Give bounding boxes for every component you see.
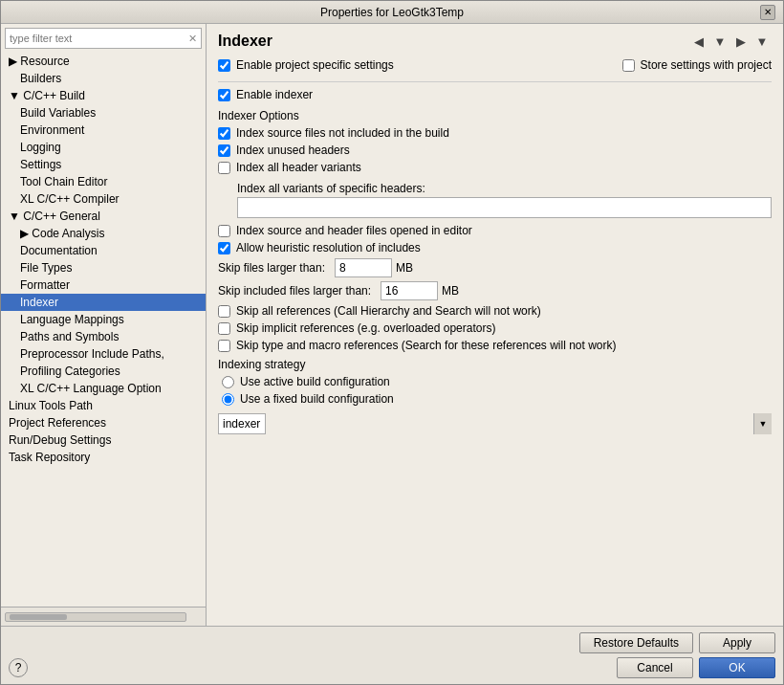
sidebar-item-xl-cpp-compiler[interactable]: XL C/C++ Compiler <box>1 190 206 208</box>
skip-all-references-label[interactable]: Skip all references (Call Hierarchy and … <box>236 304 541 318</box>
sidebar: ✕ ▶ ResourceBuilders▼ C/C++ BuildBuild V… <box>1 24 207 626</box>
sidebar-item-file-types[interactable]: File Types <box>1 259 206 276</box>
index-source-header-editor-checkbox[interactable] <box>218 225 230 237</box>
index-source-not-in-build-checkbox[interactable] <box>218 127 230 140</box>
toolbar-icons: ◀ ▼ ▶ ▼ <box>689 32 772 51</box>
skip-implicit-references-checkbox[interactable] <box>218 322 230 335</box>
sidebar-item-tool-chain-editor[interactable]: Tool Chain Editor <box>1 173 206 190</box>
scrollbar-thumb <box>10 614 67 620</box>
panel-header: Indexer ◀ ▼ ▶ ▼ <box>218 32 772 51</box>
sidebar-item-settings[interactable]: Settings <box>1 156 206 173</box>
index-all-header-variants-checkbox[interactable] <box>218 162 230 174</box>
toolbar-forward-icon[interactable]: ▶ <box>731 32 751 51</box>
index-source-not-in-build-row: Index source files not included in the b… <box>218 126 772 140</box>
index-source-not-in-build-label[interactable]: Index source files not included in the b… <box>236 126 449 140</box>
help-icon[interactable]: ? <box>9 658 28 677</box>
sidebar-item-formatter[interactable]: Formatter <box>1 276 206 294</box>
sidebar-item-run-debug-settings[interactable]: Run/Debug Settings <box>1 431 206 449</box>
sidebar-item-cpp-general[interactable]: ▼ C/C++ General <box>1 208 206 225</box>
index-source-header-editor-label[interactable]: Index source and header files opened in … <box>236 224 472 237</box>
index-all-header-variants-label[interactable]: Index all header variants <box>236 161 361 174</box>
skip-included-label: Skip included files larger than: <box>218 284 371 298</box>
close-button[interactable]: ✕ <box>760 5 775 20</box>
skip-files-label: Skip files larger than: <box>218 261 325 275</box>
bottom-row1: Restore Defaults Apply <box>9 632 775 653</box>
index-source-header-editor-row: Index source and header files opened in … <box>218 224 772 237</box>
store-settings-checkbox[interactable] <box>622 59 635 72</box>
indexer-options-label: Indexer Options <box>218 109 772 122</box>
sidebar-item-logging[interactable]: Logging <box>1 139 206 156</box>
skip-all-references-checkbox[interactable] <box>218 305 230 318</box>
indexer-combo[interactable]: indexer <box>218 413 266 434</box>
right-panel: Indexer ◀ ▼ ▶ ▼ Enable project specific … <box>207 24 783 626</box>
use-active-build-radio[interactable] <box>222 376 234 388</box>
sidebar-item-project-references[interactable]: Project References <box>1 414 206 431</box>
sidebar-item-xl-cpp-language[interactable]: XL C/C++ Language Option <box>1 380 206 397</box>
filter-clear-icon[interactable]: ✕ <box>184 30 201 47</box>
sidebar-item-indexer[interactable]: Indexer <box>1 294 206 311</box>
sidebar-item-code-analysis[interactable]: ▶ Code Analysis <box>1 225 206 242</box>
sidebar-item-profiling-categories[interactable]: Profiling Categories <box>1 363 206 380</box>
dialog-title: Properties for LeoGtk3Temp <box>24 6 760 19</box>
cancel-button[interactable]: Cancel <box>617 657 693 678</box>
toolbar-back-dropdown-icon[interactable]: ▼ <box>710 32 730 51</box>
skip-type-macro-references-label[interactable]: Skip type and macro references (Search f… <box>236 339 617 352</box>
toolbar-back-icon[interactable]: ◀ <box>689 32 708 51</box>
use-fixed-build-radio[interactable] <box>222 393 234 406</box>
enable-indexer-label[interactable]: Enable indexer <box>236 88 313 101</box>
use-active-build-label[interactable]: Use active build configuration <box>240 375 390 388</box>
filter-input[interactable] <box>6 33 184 44</box>
properties-dialog: Properties for LeoGtk3Temp ✕ ✕ ▶ Resourc… <box>0 0 784 685</box>
horizontal-scrollbar[interactable] <box>5 612 186 622</box>
sidebar-item-linux-tools-path[interactable]: Linux Tools Path <box>1 397 206 414</box>
skip-included-input[interactable] <box>381 281 438 300</box>
panel-title: Indexer <box>218 33 272 50</box>
allow-heuristic-label[interactable]: Allow heuristic resolution of includes <box>236 241 421 254</box>
store-settings-label[interactable]: Store settings with project <box>641 58 772 72</box>
sidebar-bottom <box>1 607 206 626</box>
bottom-row2: ? Cancel OK <box>9 657 775 678</box>
ok-button[interactable]: OK <box>699 657 775 678</box>
sidebar-item-language-mappings[interactable]: Language Mappings <box>1 311 206 328</box>
sidebar-item-cpp-build[interactable]: ▼ C/C++ Build <box>1 87 206 104</box>
skip-files-row: Skip files larger than: MB <box>218 258 772 277</box>
skip-implicit-references-row: Skip implicit references (e.g. overloade… <box>218 321 772 335</box>
allow-heuristic-row: Allow heuristic resolution of includes <box>218 241 772 254</box>
indexing-strategy-label: Indexing strategy <box>218 358 772 371</box>
sidebar-item-documentation[interactable]: Documentation <box>1 242 206 259</box>
sidebar-item-builders[interactable]: Builders <box>1 70 206 87</box>
sidebar-item-environment[interactable]: Environment <box>1 122 206 139</box>
skip-files-input[interactable] <box>335 258 392 277</box>
skip-implicit-references-label[interactable]: Skip implicit references (e.g. overloade… <box>236 321 495 335</box>
toolbar-forward-dropdown-icon[interactable]: ▼ <box>752 32 772 51</box>
sidebar-item-paths-and-symbols[interactable]: Paths and Symbols <box>1 328 206 345</box>
index-unused-headers-row: Index unused headers <box>218 144 772 157</box>
apply-button[interactable]: Apply <box>699 632 775 653</box>
skip-type-macro-references-row: Skip type and macro references (Search f… <box>218 339 772 352</box>
skip-type-macro-references-checkbox[interactable] <box>218 340 230 352</box>
use-fixed-build-label[interactable]: Use a fixed build configuration <box>240 392 394 406</box>
skip-included-unit: MB <box>442 284 459 298</box>
enable-indexer-checkbox[interactable] <box>218 89 230 101</box>
main-content: ✕ ▶ ResourceBuilders▼ C/C++ BuildBuild V… <box>1 24 783 626</box>
bottom-bar: Restore Defaults Apply ? Cancel OK <box>1 626 783 684</box>
sidebar-item-build-variables[interactable]: Build Variables <box>1 104 206 122</box>
use-fixed-build-row: Use a fixed build configuration <box>222 392 772 406</box>
sidebar-tree: ▶ ResourceBuilders▼ C/C++ BuildBuild Var… <box>1 53 206 607</box>
enable-project-specific-checkbox[interactable] <box>218 59 230 72</box>
sidebar-item-resource[interactable]: ▶ Resource <box>1 53 206 70</box>
enable-project-specific-row: Enable project specific settings Store s… <box>218 58 772 72</box>
restore-defaults-button[interactable]: Restore Defaults <box>579 632 693 653</box>
index-unused-headers-label[interactable]: Index unused headers <box>236 144 350 157</box>
index-specific-label: Index all variants of specific headers: <box>237 182 772 195</box>
enable-project-specific-label[interactable]: Enable project specific settings <box>236 58 394 72</box>
filter-bar: ✕ <box>5 28 202 49</box>
skip-files-unit: MB <box>396 261 413 275</box>
index-specific-input[interactable] <box>237 197 772 218</box>
allow-heuristic-checkbox[interactable] <box>218 242 230 254</box>
sidebar-item-preprocessor-include[interactable]: Preprocessor Include Paths, <box>1 345 206 363</box>
sidebar-item-task-repository[interactable]: Task Repository <box>1 449 206 466</box>
use-active-build-row: Use active build configuration <box>222 375 772 388</box>
skip-included-row: Skip included files larger than: MB <box>218 281 772 300</box>
index-unused-headers-checkbox[interactable] <box>218 144 230 157</box>
